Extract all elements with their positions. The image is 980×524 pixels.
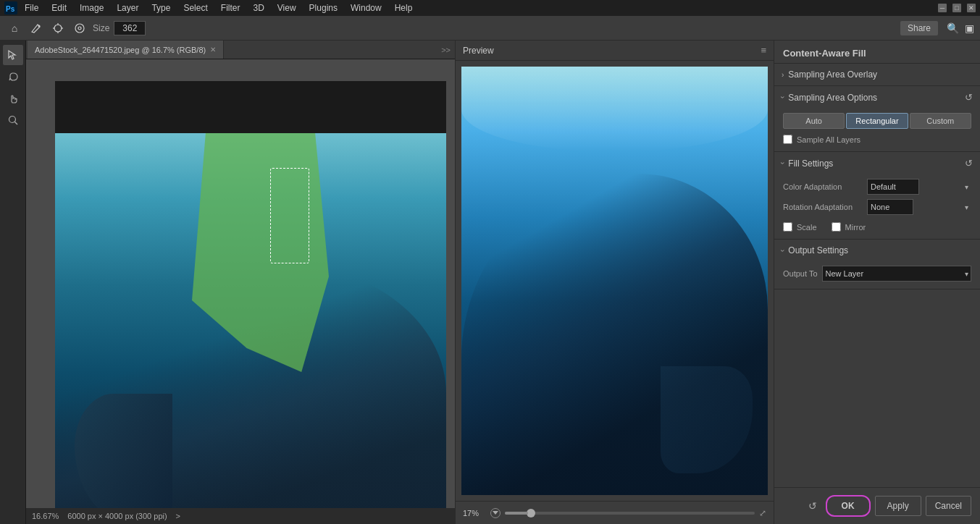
ps-logo: Ps [4, 1, 17, 14]
sampling-options-chevron: › [779, 96, 787, 98]
fill-settings-body: Color Adaptation None Default High Very … [774, 174, 980, 239]
tool-panel [0, 41, 26, 524]
panel-reset-button[interactable]: ↺ [804, 497, 821, 515]
ok-button[interactable]: OK [826, 495, 871, 517]
close-button[interactable]: ✕ [967, 4, 976, 12]
crosshair-button[interactable] [49, 20, 67, 37]
preview-panel: Preview ≡ 17% ⤢ [455, 41, 774, 524]
menu-filter[interactable]: Filter [215, 1, 246, 14]
cancel-button[interactable]: Cancel [926, 496, 971, 516]
preview-footer: 17% ⤢ [456, 501, 774, 524]
tab-filename: AdobeStock_264471520.jpeg @ 16.7% (RGB/8… [35, 46, 206, 54]
panel-title: Content-Aware Fill [774, 41, 980, 64]
selection-tool[interactable] [3, 45, 23, 65]
rotation-adaptation-label: Rotation Adaptation [783, 203, 863, 211]
menu-type[interactable]: Type [146, 1, 176, 14]
home-button[interactable]: ⌂ [6, 20, 23, 37]
menu-plugins[interactable]: Plugins [303, 1, 343, 14]
color-adaptation-select-wrapper: None Default High Very High [867, 179, 971, 195]
fill-settings-reset-icon[interactable]: ↺ [965, 158, 973, 169]
zoom-down-icon[interactable] [490, 508, 501, 518]
zoom-slider[interactable] [505, 512, 755, 515]
panel-toggle-icon[interactable]: ▣ [965, 22, 974, 34]
preview-image-area [461, 67, 768, 495]
output-to-select[interactable]: Current Layer New Layer Duplicate Layer [822, 266, 972, 282]
output-to-select-wrapper: Current Layer New Layer Duplicate Layer [822, 266, 972, 282]
mirror-checkbox[interactable] [832, 222, 841, 232]
tab-expander[interactable]: >> [441, 46, 455, 54]
main-area: AdobeStock_264471520.jpeg @ 16.7% (RGB/8… [0, 41, 980, 524]
content-aware-fill-panel: Content-Aware Fill › Sampling Area Overl… [774, 41, 980, 524]
options-toolbar: ⌂ Size Share 🔍 ▣ [0, 16, 980, 41]
canvas-image [55, 81, 446, 508]
svg-marker-10 [9, 51, 15, 59]
preview-title: Preview [463, 46, 494, 56]
tab-close-icon[interactable]: ✕ [210, 46, 216, 54]
size-input[interactable] [114, 21, 146, 35]
sampling-options-body: Auto Rectangular Custom Sample All Layer… [774, 109, 980, 151]
lasso-tool[interactable] [3, 67, 23, 87]
svg-line-13 [14, 122, 17, 125]
share-button[interactable]: Share [900, 21, 938, 35]
scale-checkbox[interactable] [783, 222, 792, 232]
menu-layer[interactable]: Layer [111, 1, 144, 14]
sampling-overlay-chevron: › [782, 71, 784, 79]
whale-background [55, 133, 446, 508]
menu-view[interactable]: View [272, 1, 302, 14]
output-settings-header[interactable]: › Output Settings [774, 240, 980, 261]
sampling-overlay-header[interactable]: › Sampling Area Overlay [774, 64, 980, 85]
document-tab[interactable]: AdobeStock_264471520.jpeg @ 16.7% (RGB/8… [28, 41, 224, 59]
rotation-adaptation-row: Rotation Adaptation None Low Medium High… [783, 199, 971, 215]
expand-button[interactable] [71, 20, 88, 37]
zoom-tool[interactable] [3, 110, 23, 130]
menu-image[interactable]: Image [74, 1, 109, 14]
output-settings-chevron: › [779, 249, 787, 251]
tab-bar: AdobeStock_264471520.jpeg @ 16.7% (RGB/8… [26, 41, 455, 59]
output-to-label: Output To [783, 269, 818, 278]
sampling-overlay-section: › Sampling Area Overlay [774, 64, 980, 86]
search-icon[interactable]: 🔍 [947, 22, 959, 34]
menu-help[interactable]: Help [389, 1, 419, 14]
sampling-rectangular-button[interactable]: Rectangular [846, 113, 908, 129]
canvas-area: AdobeStock_264471520.jpeg @ 16.7% (RGB/8… [26, 41, 455, 524]
fill-settings-chevron: › [779, 162, 787, 164]
fill-settings-header[interactable]: › Fill Settings ↺ [774, 152, 980, 174]
menu-window[interactable]: Window [345, 1, 388, 14]
sampling-custom-button[interactable]: Custom [910, 113, 971, 129]
sample-all-layers-checkbox[interactable] [783, 135, 792, 144]
scroll-nav[interactable]: > [176, 512, 180, 520]
hand-tool[interactable] [3, 88, 23, 109]
canvas-viewport[interactable] [26, 59, 455, 508]
rotation-adaptation-select[interactable]: None Low Medium High Full [867, 199, 913, 215]
sampling-options-reset-icon[interactable]: ↺ [965, 92, 973, 103]
maximize-button[interactable]: □ [952, 4, 961, 12]
scale-checkbox-row: Scale [783, 222, 817, 232]
menu-edit[interactable]: Edit [46, 1, 72, 14]
sample-all-layers-label: Sample All Layers [797, 135, 860, 144]
brush-tool-button[interactable] [28, 20, 45, 37]
sampling-overlay-title: Sampling Area Overlay [788, 69, 973, 80]
size-label: Size [93, 23, 109, 33]
sampling-options-header[interactable]: › Sampling Area Options ↺ [774, 86, 980, 109]
expand-icon [74, 22, 85, 34]
sampling-auto-button[interactable]: Auto [783, 113, 845, 129]
menu-file[interactable]: File [19, 1, 44, 14]
title-bar: Ps File Edit Image Layer Type Select Fil… [0, 0, 980, 16]
svg-point-12 [9, 117, 15, 123]
menu-select[interactable]: Select [177, 1, 213, 14]
preview-zoom-label: 17% [463, 509, 486, 517]
preview-menu-icon[interactable]: ≡ [761, 45, 766, 56]
minimize-button[interactable]: ─ [938, 4, 947, 12]
preview-whale-image [461, 67, 768, 495]
panel-footer: ↺ OK Apply Cancel [774, 487, 980, 524]
color-adaptation-select[interactable]: None Default High Very High [867, 179, 919, 195]
apply-button[interactable]: Apply [875, 496, 921, 516]
fill-settings-title: Fill Settings [788, 159, 960, 169]
brush-icon [30, 22, 42, 34]
output-to-row: Output To Current Layer New Layer Duplic… [783, 266, 971, 282]
selection-marquee [270, 168, 309, 263]
menu-3d[interactable]: 3D [247, 1, 269, 14]
preview-expand-icon[interactable]: ⤢ [759, 508, 766, 518]
svg-text:Ps: Ps [6, 5, 15, 13]
output-settings-section: › Output Settings Output To Current Laye… [774, 240, 980, 290]
